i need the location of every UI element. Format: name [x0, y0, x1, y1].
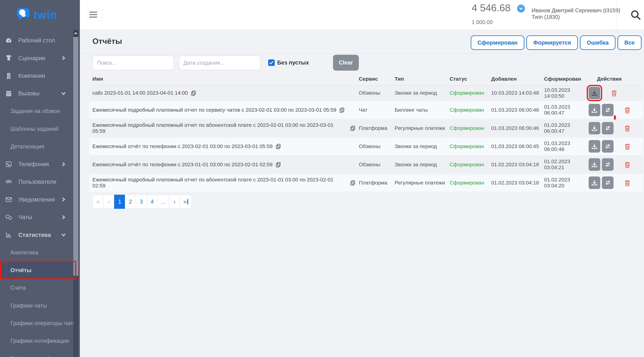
pagination-last-button[interactable]: »: [180, 195, 192, 209]
report-type: Звонки за период: [392, 90, 447, 96]
sidebar-item-label: Шаблоны заданий: [10, 126, 58, 132]
table-header-row: Имя Сервис Тип Статус Добавлен Сформиров…: [90, 73, 643, 86]
pagination-page-3[interactable]: 3: [136, 195, 147, 209]
sidebar-item-users[interactable]: Пользователи: [0, 173, 73, 191]
sidebar-item-charts-telephony[interactable]: Графики телефония: [0, 350, 73, 357]
sidebar-item-chats[interactable]: Чаты: [0, 208, 73, 226]
table-row: calls 2023-01-01 14:00 2023-04-01 14:00 …: [90, 86, 643, 101]
balance-secondary: 1 000.00: [472, 19, 493, 25]
sidebar-item-calls[interactable]: Вызовы: [0, 85, 73, 102]
search-input[interactable]: [92, 56, 174, 70]
sidebar-item-label: Вызовы: [18, 90, 40, 97]
filter-error-button[interactable]: Ошибка: [580, 35, 616, 50]
report-added: 01.03.2023 06:00:45: [488, 143, 541, 149]
regenerate-button[interactable]: [602, 176, 614, 189]
report-service: Чат: [356, 107, 392, 113]
pagination-page-4[interactable]: 4: [146, 195, 158, 209]
sidebar-item-telephony[interactable]: Телефония: [0, 155, 73, 173]
report-name: Ежемесячный подробный платежный отчет по…: [92, 122, 347, 134]
column-header-status: Статус: [447, 76, 488, 82]
download-button[interactable]: [588, 122, 600, 134]
annotation-red-dot: [614, 115, 616, 120]
sidebar-item-label: Пользователи: [18, 178, 56, 185]
copy-icon[interactable]: [339, 107, 345, 113]
sidebar-item-invoices[interactable]: Счета: [0, 279, 73, 297]
chevron-right-icon: [61, 197, 66, 202]
report-service: Платформа: [356, 125, 392, 131]
sidebar-scrollbar-thumb[interactable]: [73, 37, 78, 276]
sidebar-item-label: Задания на обзвон: [10, 108, 60, 114]
download-button[interactable]: [588, 140, 600, 153]
sidebar-item-charts-chats[interactable]: Графики чаты: [0, 297, 73, 314]
status-filter-group: Сформирован Формируется Ошибка Все: [471, 35, 642, 50]
pagination-page-1[interactable]: 1: [114, 195, 125, 209]
column-header-service: Сервис: [356, 76, 392, 82]
users-icon: [5, 178, 12, 186]
filter-generated-button[interactable]: Сформирован: [471, 35, 524, 50]
hamburger-menu-icon[interactable]: [90, 12, 97, 19]
regenerate-button[interactable]: [602, 104, 614, 116]
delete-icon[interactable]: [624, 106, 631, 114]
filter-generating-button[interactable]: Формируется: [526, 35, 578, 50]
download-button[interactable]: [588, 176, 600, 189]
report-type: Биллинг чаты: [392, 107, 447, 113]
creation-date-input[interactable]: [179, 56, 260, 70]
sidebar-item-label: Аналитика: [10, 249, 38, 256]
pagination-first-button[interactable]: «: [92, 195, 104, 209]
search-icon[interactable]: [630, 9, 642, 21]
report-formed: 01.02.2023 03:04:20: [541, 177, 588, 189]
sidebar-item-task-templates[interactable]: Шаблоны заданий: [0, 120, 73, 138]
sidebar-item-statistics[interactable]: Статистика: [0, 226, 73, 244]
sidebar-item-dashboard[interactable]: Рабочий стол: [0, 31, 73, 49]
copy-icon[interactable]: [350, 125, 356, 131]
dashboard-icon: [5, 37, 12, 44]
report-formed: 01.02.2023 03:04:21: [541, 159, 588, 170]
report-name: Ежемесячный подробный платежный отчет по…: [92, 177, 347, 189]
copy-icon[interactable]: [350, 180, 356, 186]
twin-logo[interactable]: twin: [0, 0, 80, 30]
delete-icon[interactable]: [624, 161, 631, 168]
without-empty-label: Без пустых: [277, 59, 309, 66]
filter-all-button[interactable]: Все: [618, 35, 642, 50]
delete-icon[interactable]: [624, 124, 631, 132]
regenerate-button[interactable]: [602, 140, 614, 153]
sidebar-item-scenarios[interactable]: Сценарии: [0, 49, 73, 67]
status-badge: Сформирован: [447, 143, 488, 149]
download-button[interactable]: [588, 104, 600, 116]
sidebar-item-companies[interactable]: Компании: [0, 67, 73, 85]
without-empty-checkbox[interactable]: [268, 59, 275, 66]
sidebar-item-label: Телефония: [18, 161, 49, 167]
column-header-type: Тип: [392, 76, 447, 82]
sidebar-item-charts-chat-operators[interactable]: Графики операторы чатов: [0, 314, 73, 332]
pagination-next-button[interactable]: ›: [169, 195, 180, 209]
report-formed: 01.03.2023 06:00:47: [541, 104, 588, 116]
download-button[interactable]: [588, 87, 600, 99]
clear-button[interactable]: Clear: [333, 55, 359, 71]
sidebar-item-notifications[interactable]: Уведомления: [0, 191, 73, 208]
copy-icon[interactable]: [275, 161, 282, 168]
regenerate-button[interactable]: [602, 122, 614, 134]
topbar-divider: [102, 9, 102, 21]
regenerate-button[interactable]: [602, 158, 614, 171]
sidebar-item-analytics[interactable]: Аналитика: [0, 244, 73, 261]
sidebar-item-detailing[interactable]: Детализация: [0, 138, 73, 155]
sidebar-item-charts-notifications[interactable]: Графики нотификации: [0, 332, 73, 350]
sidebar-item-label: Детализация: [10, 143, 44, 150]
sidebar-item-reports[interactable]: Отчёты: [0, 261, 73, 279]
sidebar-scroll-up-button[interactable]: [73, 30, 78, 37]
report-service: Обзвоны: [356, 162, 392, 168]
topbar: 4 546.68 1 000.00 Иванов Дмитрий Сергеев…: [80, 0, 644, 30]
pagination-prev-button[interactable]: ‹: [103, 195, 114, 209]
sidebar-item-call-tasks[interactable]: Задания на обзвон: [0, 102, 73, 120]
main-content: Отчёты Сформирован Формируется Ошибка Вс…: [80, 30, 644, 357]
balance-dropdown-icon[interactable]: [517, 4, 525, 12]
copy-icon[interactable]: [190, 90, 196, 96]
column-header-added: Добавлен: [488, 76, 541, 82]
copy-icon[interactable]: [275, 143, 282, 150]
delete-icon[interactable]: [610, 89, 618, 97]
pagination-page-2[interactable]: 2: [125, 195, 136, 209]
sidebar-item-label: Отчёты: [10, 267, 31, 273]
delete-icon[interactable]: [624, 179, 631, 187]
delete-icon[interactable]: [624, 143, 631, 150]
download-button[interactable]: [588, 158, 600, 171]
